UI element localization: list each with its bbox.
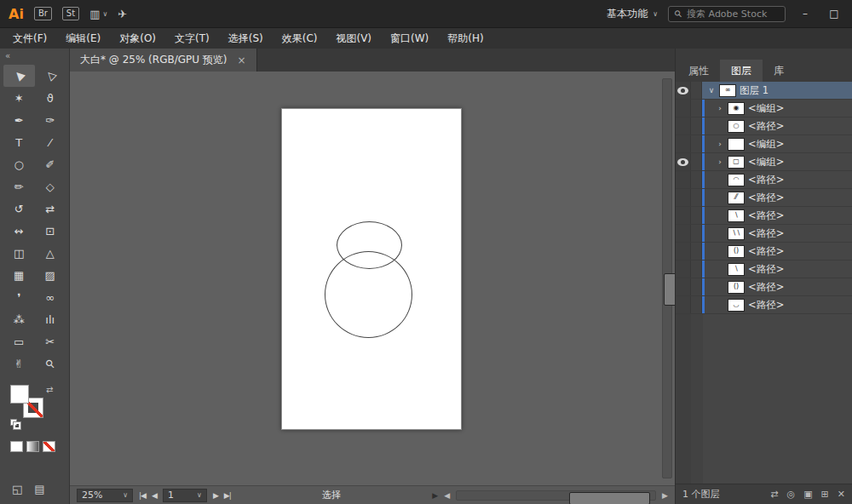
layer-row-content[interactable]: ›<编组> (702, 135, 852, 152)
draw-mode-button[interactable]: ◱ (12, 483, 22, 495)
layer-row[interactable]: ⁄⁄<路径> (676, 189, 852, 207)
free-transform-tool[interactable]: ⊡ (35, 220, 66, 242)
layer-row-content[interactable]: ›▢<编组> (702, 153, 852, 170)
slice-tool[interactable]: ✂ (35, 330, 66, 352)
vertical-scrollbar[interactable] (662, 78, 672, 478)
panel-tab-libraries[interactable]: 库 (763, 60, 795, 82)
canvas[interactable] (70, 72, 675, 485)
type-tool[interactable]: T (3, 131, 35, 153)
layer-row[interactable]: ()<路径> (676, 243, 852, 261)
eyedropper-tool[interactable]: ❜ (3, 286, 35, 308)
delete-layer-icon[interactable]: ✕ (838, 489, 845, 500)
layer-row[interactable]: ›<编组> (676, 135, 852, 153)
magic-wand-tool[interactable]: ✶ (3, 87, 35, 109)
lock-toggle[interactable] (691, 207, 702, 224)
gradient-tool[interactable]: ▨ (35, 264, 66, 286)
lock-toggle[interactable] (691, 117, 702, 135)
layer-row-content[interactable]: ∨∞图层 1 (702, 82, 852, 99)
lock-toggle[interactable] (691, 171, 702, 188)
scroll-right-icon[interactable]: ▶ (662, 491, 668, 500)
visibility-toggle[interactable] (676, 171, 691, 188)
menu-item-4[interactable]: 文字(T) (165, 28, 219, 49)
visibility-toggle[interactable] (676, 82, 691, 99)
lock-toggle[interactable] (691, 153, 702, 170)
layer-row-content[interactable]: ›◉<编组> (702, 100, 852, 117)
menu-item-8[interactable]: 窗口(W) (381, 28, 438, 49)
visibility-toggle[interactable] (676, 243, 691, 260)
layer-row[interactable]: ∨∞图层 1 (676, 82, 852, 100)
visibility-toggle[interactable] (676, 153, 691, 170)
menu-item-3[interactable]: 对象(O) (110, 28, 165, 49)
expand-caret[interactable]: ∨ (707, 86, 716, 94)
lock-toggle[interactable] (691, 82, 702, 99)
search-input[interactable] (687, 9, 779, 20)
layer-row-content[interactable]: ◠<路径> (702, 171, 852, 188)
visibility-toggle[interactable] (676, 117, 691, 135)
panel-tab-layers[interactable]: 图层 (720, 60, 763, 82)
horizontal-scrollbar-thumb[interactable] (569, 492, 650, 504)
hand-tool[interactable]: ✌ (3, 352, 35, 375)
lock-toggle[interactable] (691, 278, 702, 295)
none-button[interactable] (43, 441, 55, 452)
expand-caret[interactable]: › (716, 104, 724, 112)
layer-row-content[interactable]: ○<路径> (702, 117, 852, 135)
artboard-select[interactable]: 1 ∨ (163, 489, 207, 502)
layer-row-content[interactable]: ∖<路径> (702, 261, 852, 278)
new-layer-icon[interactable]: ⊞ (821, 489, 829, 500)
visibility-toggle[interactable] (676, 296, 691, 313)
fill-color-swatch[interactable] (10, 385, 29, 404)
artboard[interactable] (281, 108, 462, 430)
blend-tool[interactable]: ∞ (35, 286, 66, 308)
collapse-panel-button[interactable]: « (0, 49, 69, 63)
last-artboard-button[interactable]: ▶| (224, 491, 231, 500)
layer-row[interactable]: ◠<路径> (676, 171, 852, 189)
curvature-tool[interactable]: ✑ (35, 109, 66, 131)
clipping-mask-icon[interactable]: ▣ (803, 489, 812, 500)
close-icon[interactable]: × (238, 54, 246, 66)
menu-item-7[interactable]: 视图(V) (326, 28, 381, 49)
stock-search[interactable]: ⚲ (668, 6, 786, 22)
layer-row[interactable]: ∖<路径> (676, 261, 852, 278)
layer-row[interactable]: ○<路径> (676, 117, 852, 135)
zoom-level-select[interactable]: 25% ∨ (77, 489, 133, 502)
gradient-button[interactable] (26, 441, 39, 452)
zoom-tool[interactable]: ⚲ (35, 352, 66, 375)
layer-row-content[interactable]: ∖<路径> (702, 207, 852, 224)
layer-row[interactable]: ›▢<编组> (676, 153, 852, 171)
menu-item-6[interactable]: 效果(C) (273, 28, 327, 49)
lock-toggle[interactable] (691, 261, 702, 278)
ellipse-large[interactable] (325, 251, 412, 338)
menu-item-2[interactable]: 编辑(E) (56, 28, 110, 49)
selection-tool[interactable]: ▶ (3, 65, 35, 87)
arrange-documents-button[interactable]: ▥ ∨ (89, 8, 107, 20)
line-segment-tool[interactable]: ⁄ (35, 131, 66, 153)
lock-toggle[interactable] (691, 243, 702, 260)
status-menu-arrow-icon[interactable]: ▶ (432, 491, 438, 500)
visibility-toggle[interactable] (676, 207, 691, 224)
visibility-toggle[interactable] (676, 278, 691, 295)
lock-toggle[interactable] (691, 100, 702, 117)
lock-toggle[interactable] (691, 296, 702, 313)
minimize-button[interactable]: – (796, 8, 815, 20)
menu-item-9[interactable]: 帮助(H) (438, 28, 492, 49)
layer-row-content[interactable]: ()<路径> (702, 243, 852, 260)
layer-row-content[interactable]: ∖∖<路径> (702, 225, 852, 242)
paintbrush-tool[interactable]: ✐ (35, 153, 66, 175)
layer-row[interactable]: ∖<路径> (676, 207, 852, 225)
visibility-toggle[interactable] (676, 261, 691, 278)
visibility-toggle[interactable] (676, 100, 691, 117)
menu-item-5[interactable]: 选择(S) (219, 28, 273, 49)
lock-toggle[interactable] (691, 189, 702, 206)
layer-row[interactable]: ()<路径> (676, 278, 852, 296)
document-tab[interactable]: 大白* @ 25% (RGB/GPU 预览) × (70, 49, 257, 72)
eraser-tool[interactable]: ◇ (35, 175, 66, 198)
rotate-tool[interactable]: ↺ (3, 198, 35, 220)
first-artboard-button[interactable]: |◀ (139, 491, 146, 500)
artboard-tool[interactable]: ▭ (3, 330, 35, 352)
lock-toggle[interactable] (691, 135, 702, 152)
next-artboard-button[interactable]: ▶ (213, 491, 218, 500)
ellipse-tool[interactable]: ○ (3, 153, 35, 175)
perspective-grid-tool[interactable]: △ (35, 242, 66, 264)
layer-row-content[interactable]: ()<路径> (702, 278, 852, 295)
swap-fill-stroke-icon[interactable]: ⇄ (46, 385, 53, 394)
